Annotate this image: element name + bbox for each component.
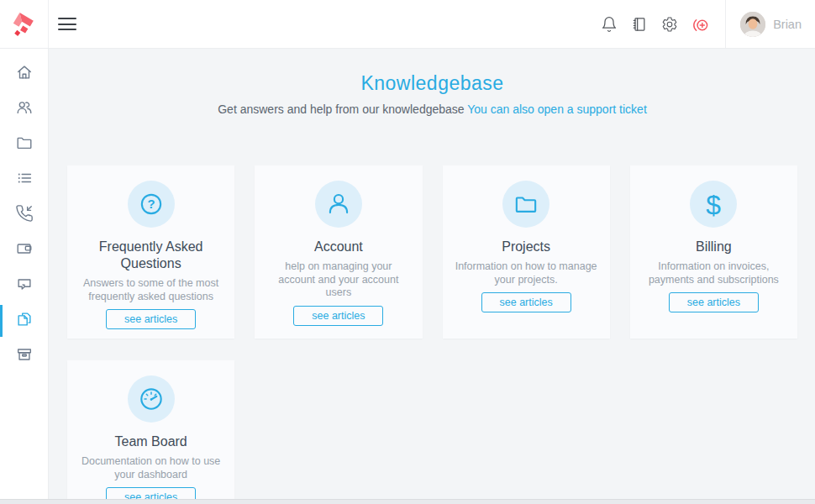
card-title: Billing <box>696 239 732 255</box>
documents-icon <box>15 310 34 332</box>
card-description: Information on invoices, payments and su… <box>642 260 785 286</box>
main-content: Knowledgebase Get answers and help from … <box>50 49 815 504</box>
phone-incoming-icon <box>15 204 34 226</box>
svg-text:$: $ <box>707 190 722 218</box>
app-logo[interactable] <box>0 0 49 48</box>
card-faq: ? Frequently Asked Questions Answers to … <box>67 165 234 339</box>
gauge-icon <box>128 375 175 423</box>
card-description: help on managing your account and your a… <box>267 260 410 300</box>
card-team-board: Team Board Documentation on how to use y… <box>67 360 234 504</box>
folder-icon <box>502 181 549 228</box>
svg-text:?: ? <box>147 197 155 211</box>
card-projects: Projects Information on how to manage yo… <box>443 165 610 339</box>
card-title: Team Board <box>114 433 187 450</box>
card-description: Documentation on how to use your dashboa… <box>80 455 223 481</box>
user-name[interactable]: Brian <box>773 18 802 31</box>
left-sidebar <box>0 49 49 504</box>
subtitle-text: Get answers and help from our knowledgeb… <box>218 102 464 116</box>
sidebar-item-billing-wallet[interactable] <box>0 233 48 268</box>
card-description: Answers to some of the most frequently a… <box>80 277 223 303</box>
card-description: Information on how to manage your projec… <box>455 260 597 286</box>
support-ticket-link[interactable]: You can also open a support ticket <box>467 102 647 116</box>
sidebar-item-knowledgebase[interactable] <box>0 303 48 339</box>
card-title: Account <box>314 239 363 255</box>
sidebar-item-projects-folder[interactable] <box>0 127 48 162</box>
home-icon <box>15 63 34 85</box>
user-avatar[interactable] <box>740 12 765 37</box>
chat-icon <box>15 275 34 297</box>
quick-add-icon[interactable] <box>691 16 708 33</box>
sidebar-item-contacts[interactable] <box>0 92 48 127</box>
wallet-icon <box>15 239 34 261</box>
header-divider <box>725 0 726 48</box>
knowledgebase-card-grid: ? Frequently Asked Questions Answers to … <box>67 165 797 504</box>
users-icon <box>15 98 34 120</box>
top-header: Brian <box>0 0 815 49</box>
archive-icon <box>15 345 34 367</box>
card-account: Account help on managing your account an… <box>255 165 422 339</box>
hamburger-menu-icon[interactable] <box>58 14 76 34</box>
dollar-icon: $ <box>690 181 737 228</box>
bottom-edge-bar <box>0 499 815 504</box>
sidebar-item-chat[interactable] <box>0 268 48 303</box>
card-billing: $ Billing Information on invoices, payme… <box>630 165 797 339</box>
sidebar-item-lists[interactable] <box>0 162 48 197</box>
list-icon <box>15 169 34 191</box>
bell-icon[interactable] <box>601 16 618 33</box>
sidebar-item-archive[interactable] <box>0 339 48 374</box>
gear-icon[interactable] <box>661 16 678 33</box>
brand-arrow-logo-icon <box>8 7 40 42</box>
see-articles-button[interactable]: see articles <box>106 309 196 329</box>
card-title: Frequently Asked Questions <box>86 239 216 272</box>
sidebar-item-calls[interactable] <box>0 197 48 233</box>
see-articles-button[interactable]: see articles <box>293 306 383 326</box>
page-subtitle: Get answers and help from our knowledgeb… <box>50 102 815 116</box>
see-articles-button[interactable]: see articles <box>669 292 759 312</box>
notebook-icon[interactable] <box>631 16 648 33</box>
user-icon <box>315 181 362 228</box>
question-icon: ? <box>128 181 175 228</box>
folder-icon <box>15 134 34 155</box>
card-title: Projects <box>502 239 550 255</box>
page-title: Knowledgebase <box>50 72 815 95</box>
see-articles-button[interactable]: see articles <box>481 292 571 312</box>
sidebar-item-home[interactable] <box>0 56 48 92</box>
